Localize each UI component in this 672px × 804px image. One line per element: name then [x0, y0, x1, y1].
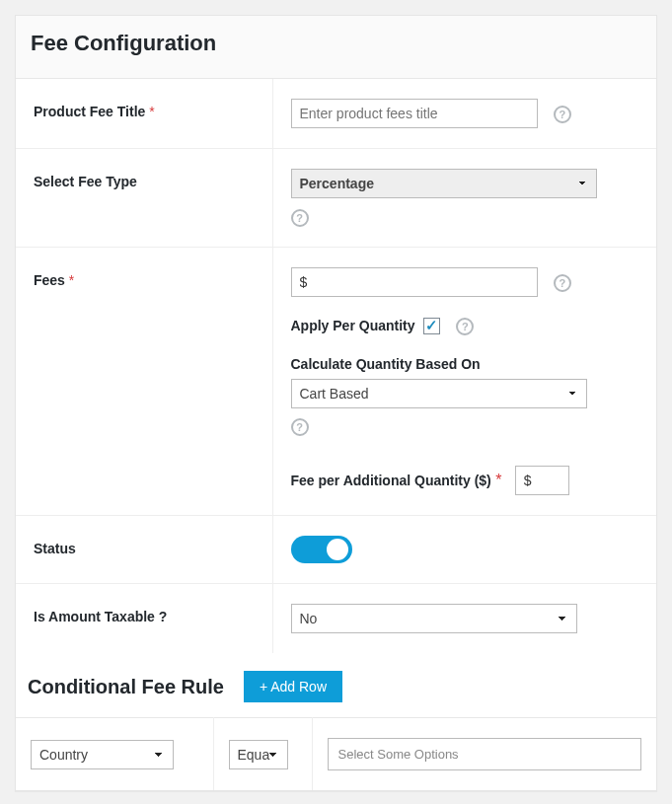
product-fee-title-label: Product Fee Title — [34, 104, 145, 119]
taxable-label-cell: Is Amount Taxable ? — [16, 584, 272, 654]
help-icon[interactable] — [554, 274, 571, 292]
product-fee-title-input[interactable] — [291, 99, 538, 128]
calc-quantity-label: Calculate Quantity Based On — [291, 356, 481, 372]
select-fee-type-label-cell: Select Fee Type — [16, 149, 272, 248]
status-label: Status — [34, 541, 76, 556]
conditional-rule-row: Country Equa Select Some Options — [16, 718, 656, 791]
required-indicator: * — [149, 104, 154, 119]
fee-per-additional-input[interactable] — [515, 466, 569, 495]
product-fee-title-label-cell: Product Fee Title * — [16, 79, 272, 149]
status-label-cell: Status — [16, 516, 272, 584]
fee-configuration-title: Fee Configuration — [31, 31, 641, 56]
fee-per-additional-label: Fee per Additional Quantity ($) — [291, 473, 491, 488]
condition-values-multiselect[interactable]: Select Some Options — [328, 738, 642, 770]
help-icon[interactable] — [554, 106, 571, 123]
fees-label-cell: Fees * — [16, 247, 272, 516]
help-icon[interactable] — [291, 209, 309, 227]
conditional-rule-table: Country Equa Select Some Options — [16, 717, 656, 790]
fee-configuration-heading: Fee Configuration — [16, 16, 656, 79]
help-icon[interactable] — [291, 418, 309, 436]
status-toggle[interactable] — [291, 536, 352, 563]
required-indicator: * — [69, 272, 74, 288]
help-icon[interactable] — [456, 318, 474, 335]
apply-per-quantity-label: Apply Per Quantity — [291, 318, 415, 333]
taxable-label: Is Amount Taxable ? — [34, 609, 167, 624]
condition-field-select[interactable]: Country — [31, 740, 174, 769]
conditional-fee-header: Conditional Fee Rule + Add Row — [16, 653, 656, 717]
taxable-select[interactable]: No — [291, 604, 577, 633]
required-indicator: * — [495, 472, 501, 488]
fee-configuration-panel: Fee Configuration Product Fee Title * Se… — [15, 15, 657, 791]
fee-type-select[interactable]: Percentage — [291, 169, 597, 198]
condition-operator-select[interactable]: Equa — [229, 740, 288, 769]
fees-input[interactable] — [291, 267, 538, 297]
fees-label: Fees — [34, 272, 65, 288]
calc-quantity-select[interactable]: Cart Based — [291, 379, 587, 408]
add-row-button[interactable]: + Add Row — [244, 671, 342, 702]
conditional-fee-title: Conditional Fee Rule — [28, 676, 224, 698]
apply-per-quantity-checkbox[interactable] — [423, 318, 440, 334]
toggle-knob — [327, 539, 348, 560]
fee-config-table: Product Fee Title * Select Fee Type Perc… — [16, 79, 656, 653]
select-fee-type-label: Select Fee Type — [34, 174, 137, 189]
